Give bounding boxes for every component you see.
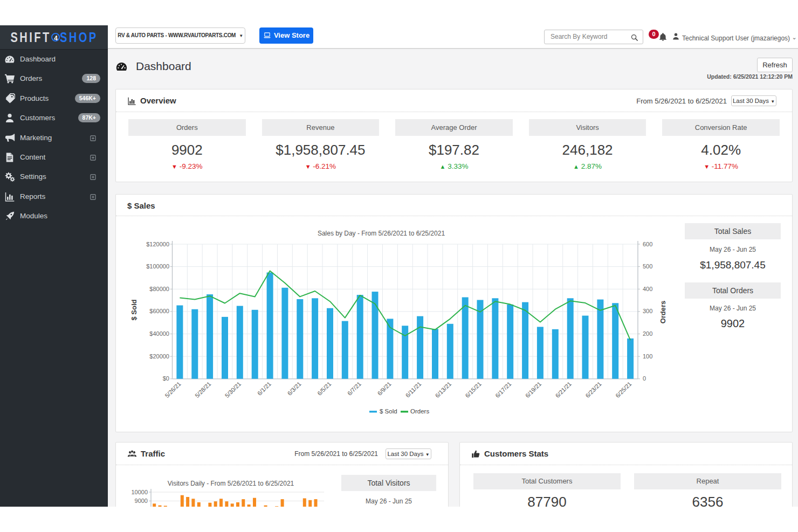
svg-text:6/1/21: 6/1/21: [256, 381, 272, 397]
svg-text:6/17/21: 6/17/21: [494, 381, 512, 399]
svg-text:5/26/21: 5/26/21: [163, 381, 182, 399]
svg-text:$40000: $40000: [149, 330, 169, 337]
svg-text:$ Sold: $ Sold: [380, 408, 397, 414]
svg-text:200: 200: [643, 330, 652, 337]
svg-text:5/30/21: 5/30/21: [224, 381, 242, 399]
svg-text:500: 500: [643, 263, 652, 270]
svg-text:$80000: $80000: [149, 286, 169, 292]
svg-text:300: 300: [643, 308, 652, 314]
svg-text:$ Sold: $ Sold: [130, 299, 138, 320]
svg-text:100: 100: [643, 353, 652, 360]
svg-text:6/5/21: 6/5/21: [316, 381, 332, 397]
svg-text:6/25/21: 6/25/21: [614, 381, 632, 399]
svg-text:400: 400: [643, 286, 652, 292]
svg-text:6/9/21: 6/9/21: [376, 381, 393, 397]
svg-text:0: 0: [643, 375, 646, 382]
svg-text:$100000: $100000: [146, 263, 169, 270]
svg-text:6/23/21: 6/23/21: [584, 381, 602, 399]
svg-text:Sales by Day - From 5/26/2021: Sales by Day - From 5/26/2021 to 6/25/20…: [318, 230, 445, 237]
svg-text:6/7/21: 6/7/21: [346, 381, 362, 397]
svg-text:6/3/21: 6/3/21: [286, 381, 302, 397]
svg-text:6/11/21: 6/11/21: [404, 381, 423, 399]
svg-text:$0: $0: [163, 375, 169, 382]
svg-text:Orders: Orders: [659, 301, 667, 324]
svg-text:10000: 10000: [131, 489, 148, 495]
svg-text:6/21/21: 6/21/21: [554, 381, 573, 399]
svg-text:6/19/21: 6/19/21: [524, 381, 542, 399]
svg-text:9000: 9000: [135, 498, 148, 504]
svg-text:$20000: $20000: [149, 353, 169, 360]
svg-text:Visitors Daily - From 5/26/202: Visitors Daily - From 5/26/2021 to 6/25/…: [168, 480, 294, 487]
svg-text:6/13/21: 6/13/21: [434, 381, 452, 399]
svg-text:Orders: Orders: [410, 408, 429, 414]
svg-text:$60000: $60000: [149, 308, 169, 314]
svg-text:$120000: $120000: [146, 241, 169, 247]
svg-text:600: 600: [643, 241, 652, 247]
svg-text:5/28/21: 5/28/21: [194, 381, 212, 399]
svg-text:6/15/21: 6/15/21: [464, 381, 482, 399]
